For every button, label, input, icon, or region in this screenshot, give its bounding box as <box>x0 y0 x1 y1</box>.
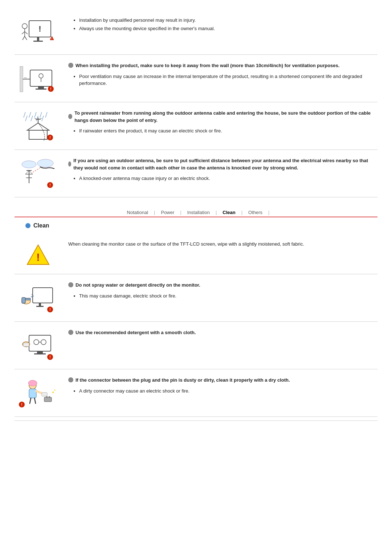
svg-text:✦: ✦ <box>54 389 56 391</box>
svg-line-6 <box>22 32 25 34</box>
clean-intro-text: When cleaning the monitor case or the su… <box>68 241 304 247</box>
svg-rect-57 <box>22 297 25 303</box>
warning-circle-icon6 <box>68 377 73 382</box>
bullets-no-spray: This may cause damage, electric shock or… <box>79 292 377 300</box>
tab-power[interactable]: Power <box>156 208 179 217</box>
nav-sep-2: | <box>179 210 182 215</box>
warning-dot-ventilation: When installing the product, make sure t… <box>68 62 339 69</box>
nav-sep-1: | <box>153 210 156 215</box>
bullets-installation-unqualified: Installation by unqualified personnel ma… <box>79 17 377 32</box>
svg-line-48 <box>33 168 40 172</box>
text-clean-intro: When cleaning the monitor case or the su… <box>68 241 377 247</box>
svg-point-60 <box>33 296 34 297</box>
svg-marker-33 <box>27 123 49 130</box>
warning-dot-smooth-cloth: Use the recommended detergent with a smo… <box>68 329 196 336</box>
svg-rect-64 <box>29 335 51 351</box>
svg-point-40 <box>22 161 36 168</box>
svg-line-9 <box>25 36 27 40</box>
nav-sep-3: | <box>215 210 217 215</box>
svg-text:!: ! <box>52 37 52 40</box>
bullets-ventilation: Poor ventilation may cause an increase i… <box>79 73 377 87</box>
bullet-item: Always use the mounting device specified… <box>79 25 377 32</box>
illus-dirty-connector: ✦ ✦ ! <box>18 377 58 410</box>
svg-rect-55 <box>36 306 44 307</box>
bullet-item: A dirty connector may cause an electric … <box>79 387 377 395</box>
svg-text:↔: ↔ <box>24 75 27 79</box>
svg-rect-80 <box>46 396 48 398</box>
bullets-dirty-connector: A dirty connector may cause an electric … <box>79 387 377 395</box>
svg-line-85 <box>34 398 36 403</box>
svg-line-24 <box>29 112 31 118</box>
illus-smooth-cloth: ! <box>18 330 58 362</box>
warning-circle-icon <box>68 63 73 68</box>
bullets-outdoor-antenna: A knocked-over antenna may cause injury … <box>79 175 377 182</box>
svg-text:!: ! <box>49 183 50 187</box>
svg-rect-2 <box>33 41 43 42</box>
warning-circle-icon3 <box>68 161 71 167</box>
svg-point-61 <box>32 294 33 295</box>
svg-text:!: ! <box>21 403 22 407</box>
image-dirty-connector: ✦ ✦ ! <box>15 376 62 410</box>
svg-rect-81 <box>49 396 50 398</box>
svg-line-7 <box>25 32 28 34</box>
svg-text:!: ! <box>49 308 50 312</box>
section-smooth-cloth: ! Use the recommended detergent with a s… <box>15 322 377 369</box>
svg-line-29 <box>31 116 33 121</box>
clean-heading: Clean <box>25 222 377 229</box>
bullet-item: If rainwater enters the product, it may … <box>79 127 377 135</box>
header-ventilation: When installing the product, make sure t… <box>75 62 339 69</box>
svg-line-47 <box>29 171 33 174</box>
section-clean-intro: ! When cleaning the monitor case or the … <box>15 234 377 274</box>
image-no-spray: ! <box>15 281 62 315</box>
illus-ventilation: ↔ ! <box>18 63 58 95</box>
svg-rect-54 <box>39 303 41 306</box>
text-installation-unqualified: Installation by unqualified personnel ma… <box>68 14 377 33</box>
svg-rect-58 <box>25 298 30 300</box>
svg-text:!: ! <box>50 87 51 91</box>
svg-point-4 <box>22 24 27 29</box>
warning-dot-outdoor-antenna: If you are using an outdoor antenna, be … <box>68 157 377 171</box>
svg-rect-53 <box>33 288 53 303</box>
header-dirty-connector: If the connector between the plug and th… <box>75 377 290 384</box>
svg-text:!: ! <box>36 251 40 263</box>
svg-rect-19 <box>36 89 46 90</box>
svg-text:!: ! <box>38 24 41 33</box>
bullets-antenna-cable: If rainwater enters the product, it may … <box>79 127 377 135</box>
svg-point-66 <box>41 340 46 345</box>
svg-line-28 <box>25 116 27 121</box>
bullet-item: This may cause damage, electric shock or… <box>79 292 377 300</box>
image-smooth-cloth: ! <box>15 328 62 362</box>
svg-text:!: ! <box>49 136 50 140</box>
section-no-spray: ! Do not spray water or detergent direct… <box>15 274 377 322</box>
section-outdoor-antenna: ! If you are using an outdoor antenna, b… <box>15 150 377 197</box>
svg-rect-68 <box>37 351 43 353</box>
svg-line-27 <box>45 112 47 118</box>
section-installation-unqualified: ! ! Installation by unqualified personne… <box>15 7 377 55</box>
bullet-item: Installation by unqualified personnel ma… <box>79 17 377 24</box>
svg-rect-1 <box>37 37 39 41</box>
svg-rect-78 <box>42 393 47 396</box>
clean-heading-text: Clean <box>33 222 49 229</box>
tab-installation[interactable]: Installation <box>182 208 215 217</box>
tab-notational[interactable]: Notational <box>122 208 154 217</box>
nav-tabs: Notational | Power | Installation | Clea… <box>15 208 377 217</box>
text-no-spray: Do not spray water or detergent directly… <box>68 281 377 300</box>
tab-others[interactable]: Others <box>243 208 268 217</box>
nav-sep-4: | <box>241 210 243 215</box>
image-outdoor-antenna: ! <box>15 156 62 190</box>
text-antenna-cable: To prevent rainwater from running along … <box>68 109 377 136</box>
svg-line-84 <box>30 398 31 403</box>
tab-clean[interactable]: Clean <box>217 208 240 217</box>
svg-point-41 <box>37 159 53 167</box>
svg-text:!: ! <box>49 355 50 359</box>
warning-dot-dirty-connector: If the connector between the plug and th… <box>68 377 290 384</box>
illus-warning-triangle: ! <box>25 242 51 267</box>
section-ventilation: ↔ ! When installing the product, make su… <box>15 55 377 102</box>
svg-line-46 <box>25 171 29 174</box>
svg-point-65 <box>34 340 39 345</box>
image-ventilation: ↔ ! <box>15 61 62 95</box>
illus-installation-person: ! ! <box>18 15 58 48</box>
nav-sep-5: | <box>268 210 270 215</box>
svg-point-59 <box>31 296 32 297</box>
warning-circle-icon2 <box>68 114 72 119</box>
